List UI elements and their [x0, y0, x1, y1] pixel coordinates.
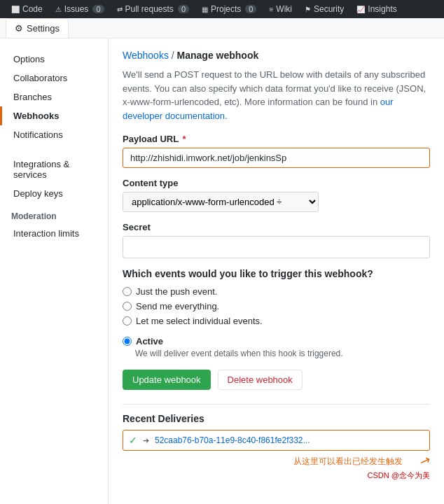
projects-icon: ▦	[202, 6, 208, 13]
sidebar-item-webhooks[interactable]: Webhooks	[0, 106, 108, 125]
active-section: Active We will deliver event details whe…	[123, 336, 430, 358]
sidebar: Options Collaborators Branches Webhooks …	[0, 38, 109, 504]
event-everything-label: Send me everything.	[136, 301, 219, 312]
action-buttons: Update webhook Delete webhook	[123, 370, 430, 390]
event-everything-radio[interactable]	[123, 302, 132, 311]
delivery-check-icon: ✓	[129, 435, 137, 446]
annotation-arrow-icon: ↙	[417, 452, 433, 470]
secret-group: Secret	[123, 222, 430, 258]
nav-issues[interactable]: ⚠ Issues 0	[50, 3, 110, 15]
csdn-watermark: CSDN @念今为美	[123, 470, 430, 481]
nav-wiki[interactable]: ≡ Wiki	[263, 3, 298, 15]
secret-label: Secret	[123, 222, 430, 232]
events-title: Which events would you like to trigger t…	[123, 268, 430, 279]
sidebar-item-collaborators[interactable]: Collaborators	[0, 69, 108, 88]
sidebar-item-options[interactable]: Options	[0, 50, 108, 69]
webhook-description: We'll send a POST request to the URL bel…	[123, 68, 430, 122]
payload-url-input[interactable]	[123, 148, 430, 168]
active-label: Active	[136, 336, 163, 346]
top-navigation: ⬜ Code ⚠ Issues 0 ⇄ Pull requests 0 ▦ Pr…	[0, 0, 444, 18]
annotation: ✓ ➜ 52caab76-b70a-11e9-8c40-f861fe2f332.…	[123, 430, 430, 481]
sidebar-item-integrations[interactable]: Integrations & services	[0, 144, 108, 184]
active-radio[interactable]	[123, 337, 132, 346]
projects-badge: 0	[245, 5, 256, 13]
main-content: Webhooks / Manage webhook We'll send a P…	[109, 38, 444, 504]
secret-input[interactable]	[123, 236, 430, 258]
active-description: We will deliver event details when this …	[135, 349, 430, 358]
delete-webhook-button[interactable]: Delete webhook	[218, 370, 303, 390]
delivery-id: 52caab76-b70a-11e9-8c40-f861fe2f332...	[155, 435, 310, 445]
payload-url-group: Payload URL *	[123, 134, 430, 168]
event-individual-radio[interactable]	[123, 316, 132, 326]
recent-deliveries-title: Recent Deliveries	[123, 413, 430, 424]
active-title: Active	[123, 336, 430, 346]
events-group: Which events would you like to trigger t…	[123, 268, 430, 326]
content-type-select[interactable]: application/x-www-form-urlencoded ÷ appl…	[123, 192, 319, 212]
pull-requests-badge: 0	[178, 5, 189, 13]
update-webhook-button[interactable]: Update webhook	[123, 370, 211, 390]
gear-icon: ⚙	[15, 23, 23, 34]
sidebar-item-deploy-keys[interactable]: Deploy keys	[0, 184, 108, 203]
annotation-text: 从这里可以看出已经发生触发	[293, 456, 417, 468]
nav-code[interactable]: ⬜ Code	[6, 3, 48, 15]
recent-deliveries-section: Recent Deliveries ✓ ➜ 52caab76-b70a-11e9…	[123, 404, 430, 481]
event-push-radio[interactable]	[123, 287, 132, 296]
content-type-label: Content type	[123, 178, 430, 188]
sidebar-item-interaction-limits[interactable]: Interaction limits	[0, 224, 108, 243]
delivery-row[interactable]: ✓ ➜ 52caab76-b70a-11e9-8c40-f861fe2f332.…	[123, 430, 430, 451]
breadcrumb: Webhooks / Manage webhook	[123, 50, 430, 61]
breadcrumb-current: Manage webhook	[177, 50, 259, 61]
payload-url-required: *	[183, 134, 186, 144]
insights-icon: 📈	[356, 6, 365, 13]
sidebar-moderation-section: Moderation	[0, 203, 108, 224]
wiki-icon: ≡	[269, 6, 273, 13]
issues-icon: ⚠	[55, 6, 62, 13]
delivery-arrow-icon: ➜	[143, 436, 149, 445]
event-push-group: Just the push event.	[123, 286, 430, 297]
sidebar-item-branches[interactable]: Branches	[0, 88, 108, 106]
content-type-group: Content type application/x-www-form-urle…	[123, 178, 430, 212]
nav-insights[interactable]: 📈 Insights	[351, 3, 402, 15]
event-individual-group: Let me select individual events.	[123, 316, 430, 326]
pull-requests-icon: ⇄	[117, 6, 123, 13]
issues-badge: 0	[92, 5, 104, 13]
nav-pull-requests[interactable]: ⇄ Pull requests 0	[111, 3, 195, 15]
sidebar-item-notifications[interactable]: Notifications	[0, 125, 108, 144]
code-icon: ⬜	[11, 6, 20, 13]
event-everything-group: Send me everything.	[123, 301, 430, 312]
breadcrumb-separator: /	[172, 50, 177, 61]
event-push-label: Just the push event.	[136, 286, 217, 297]
nav-projects[interactable]: ▦ Projects 0	[196, 3, 262, 15]
event-individual-label: Let me select individual events.	[136, 316, 263, 326]
security-icon: ⚑	[305, 6, 311, 13]
main-layout: Options Collaborators Branches Webhooks …	[0, 38, 444, 504]
nav-security[interactable]: ⚑ Security	[299, 3, 349, 15]
settings-tab-bar: ⚙ Settings	[0, 18, 444, 38]
settings-tab[interactable]: ⚙ Settings	[6, 18, 69, 38]
breadcrumb-parent[interactable]: Webhooks	[123, 50, 169, 61]
payload-url-label: Payload URL *	[123, 134, 430, 144]
